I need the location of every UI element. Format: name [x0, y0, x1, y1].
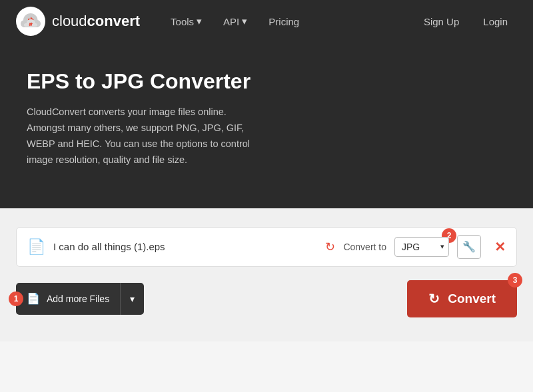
logo[interactable]: cloudconvert [16, 7, 140, 36]
step-1-badge: 1 [9, 292, 23, 306]
login-link[interactable]: Login [474, 11, 517, 33]
format-wrapper: 2 JPG PNG GIF WEBP HEIC BMP TIFF SVG ▾ [394, 237, 449, 257]
page-title: EPS to JPG Converter [27, 69, 506, 94]
signup-link[interactable]: Sign Up [414, 11, 468, 33]
file-icon: 📄 [27, 238, 45, 256]
logo-icon [16, 7, 45, 36]
file-name: I can do all things (1).eps [53, 241, 317, 252]
nav-api[interactable]: API ▾ [214, 10, 257, 33]
add-files-label: Add more Files [47, 294, 109, 304]
step-3-badge: 3 [508, 273, 522, 288]
logo-bold: convert [87, 13, 140, 29]
refresh-icon[interactable]: ↻ [325, 240, 335, 254]
convert-button[interactable]: ↻ Convert [407, 280, 517, 317]
bottom-row: 1 📄 Add more Files ▾ 3 ↻ Convert [16, 280, 517, 317]
add-file-icon: 📄 [27, 292, 40, 305]
close-button[interactable]: ✕ [494, 239, 506, 255]
file-row: 📄 I can do all things (1).eps ↻ Convert … [16, 227, 517, 267]
convert-area: 3 ↻ Convert [407, 280, 517, 317]
add-files-main: 📄 Add more Files [16, 283, 121, 315]
chevron-down-icon: ▾ [197, 15, 202, 27]
main-content: 📄 I can do all things (1).eps ↻ Convert … [0, 208, 533, 341]
wrench-button[interactable]: 🔧 [457, 235, 481, 259]
navbar: cloudconvert Tools ▾ API ▾ Pricing Sign … [0, 0, 533, 43]
nav-tools[interactable]: Tools ▾ [161, 10, 211, 33]
hero-section: EPS to JPG Converter CloudConvert conver… [0, 43, 533, 208]
convert-label: Convert [448, 292, 496, 306]
nav-links: Tools ▾ API ▾ Pricing [161, 10, 414, 33]
wrench-icon: 🔧 [462, 240, 476, 253]
format-dropdown[interactable]: JPG PNG GIF WEBP HEIC BMP TIFF SVG [402, 242, 442, 252]
format-select[interactable]: JPG PNG GIF WEBP HEIC BMP TIFF SVG ▾ [394, 237, 449, 257]
add-files-caret[interactable]: ▾ [121, 283, 144, 315]
chevron-down-icon: ▾ [130, 294, 135, 304]
nav-right: Sign Up Login [414, 11, 517, 33]
hero-description: CloudConvert converts your image files o… [27, 104, 253, 168]
logo-text: cloudconvert [52, 13, 140, 30]
chevron-down-icon: ▾ [242, 15, 247, 27]
add-files-button[interactable]: 📄 Add more Files ▾ [16, 283, 144, 315]
convert-to-label: Convert to [343, 242, 386, 252]
convert-refresh-icon: ↻ [428, 291, 440, 307]
nav-pricing[interactable]: Pricing [259, 11, 308, 33]
add-files-area: 1 📄 Add more Files ▾ [16, 283, 144, 315]
logo-light: cloud [52, 13, 87, 29]
